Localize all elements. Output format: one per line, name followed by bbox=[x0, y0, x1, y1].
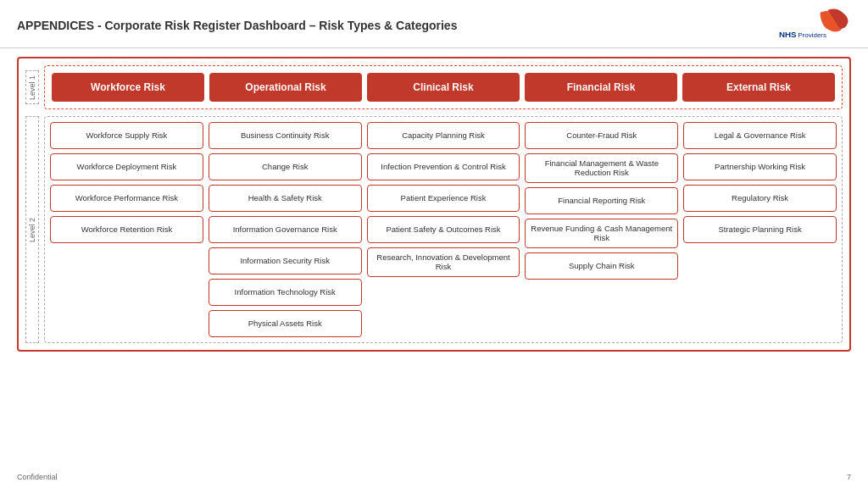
main-content: Level 1 Workforce Risk Operational Risk … bbox=[0, 48, 868, 360]
risk-info-technology: Information Technology Risk bbox=[209, 279, 362, 306]
risk-workforce-deployment: Workforce Deployment Risk bbox=[50, 153, 203, 180]
risk-financial-management: Financial Management & Waste Reduction R… bbox=[525, 153, 678, 183]
risk-workforce-retention: Workforce Retention Risk bbox=[50, 216, 203, 243]
financial-column: Counter-Fraud Risk Financial Management … bbox=[525, 122, 678, 337]
risk-revenue-funding: Revenue Funding & Cash Management Risk bbox=[525, 219, 678, 248]
level2-row: Level 2 Workforce Supply Risk Workforce … bbox=[25, 116, 843, 343]
svg-text:Providers: Providers bbox=[798, 31, 826, 39]
page-number: 7 bbox=[847, 473, 851, 481]
risk-info-security: Information Security Risk bbox=[209, 247, 362, 274]
page-title: APPENDICES - Corporate Risk Register Das… bbox=[17, 19, 457, 32]
risk-patient-safety: Patient Safety & Outcomes Risk bbox=[367, 216, 520, 243]
risk-research-innovation: Research, Innovation & Development Risk bbox=[367, 247, 520, 277]
operational-column: Business Continuity Risk Change Risk Hea… bbox=[209, 122, 362, 337]
outer-box: Level 1 Workforce Risk Operational Risk … bbox=[17, 57, 851, 352]
footer-label: Confidential bbox=[17, 473, 58, 481]
level1-inner: Workforce Risk Operational Risk Clinical… bbox=[44, 65, 843, 109]
level1-workforce: Workforce Risk bbox=[52, 73, 204, 102]
risk-patient-experience: Patient Experience Risk bbox=[367, 185, 520, 212]
level1-cards: Workforce Risk Operational Risk Clinical… bbox=[52, 73, 835, 102]
risk-strategic-planning: Strategic Planning Risk bbox=[683, 216, 837, 243]
risk-infection-prevention: Infection Prevention & Control Risk bbox=[367, 153, 520, 180]
risk-business-continuity: Business Continuity Risk bbox=[209, 122, 362, 149]
page-header: APPENDICES - Corporate Risk Register Das… bbox=[0, 0, 868, 48]
risk-regulatory: Regulatory Risk bbox=[683, 185, 837, 212]
level1-financial: Financial Risk bbox=[525, 73, 677, 102]
logo: NHS Providers bbox=[775, 8, 851, 42]
risk-physical-assets: Physical Assets Risk bbox=[209, 310, 362, 337]
level2-inner: Workforce Supply Risk Workforce Deployme… bbox=[44, 116, 843, 343]
risk-change: Change Risk bbox=[209, 153, 362, 180]
clinical-column: Capacity Planning Risk Infection Prevent… bbox=[367, 122, 520, 337]
external-column: Legal & Governance Risk Partnership Work… bbox=[683, 122, 837, 337]
risk-info-governance: Information Governance Risk bbox=[209, 216, 362, 243]
risk-supply-chain: Supply Chain Risk bbox=[525, 252, 678, 280]
workforce-column: Workforce Supply Risk Workforce Deployme… bbox=[50, 122, 203, 337]
risk-health-safety: Health & Safety Risk bbox=[209, 185, 362, 212]
level1-operational: Operational Risk bbox=[209, 73, 362, 102]
svg-text:NHS: NHS bbox=[779, 30, 797, 39]
risk-financial-reporting: Financial Reporting Risk bbox=[525, 187, 678, 214]
level1-row: Level 1 Workforce Risk Operational Risk … bbox=[25, 65, 843, 109]
risk-capacity-planning: Capacity Planning Risk bbox=[367, 122, 520, 149]
level1-external: External Risk bbox=[682, 73, 835, 102]
risk-workforce-performance: Workforce Performance Risk bbox=[50, 185, 203, 212]
risk-legal-governance: Legal & Governance Risk bbox=[683, 122, 837, 149]
level1-label: Level 1 bbox=[25, 70, 39, 104]
risk-counter-fraud: Counter-Fraud Risk bbox=[525, 122, 678, 149]
risk-workforce-supply: Workforce Supply Risk bbox=[50, 122, 203, 149]
level1-clinical: Clinical Risk bbox=[367, 73, 520, 102]
risk-partnership-working: Partnership Working Risk bbox=[683, 153, 837, 180]
level2-label: Level 2 bbox=[25, 116, 39, 343]
